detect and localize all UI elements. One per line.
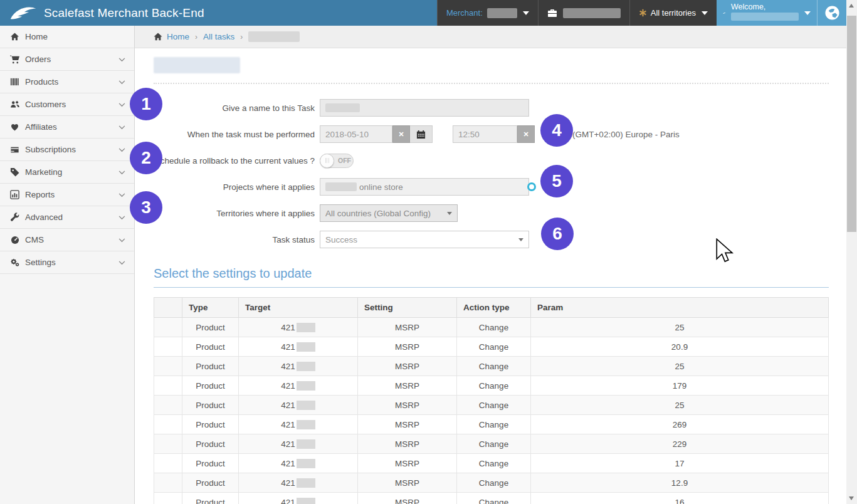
task-name-input[interactable] (320, 99, 529, 117)
cell-type: Product (182, 493, 239, 504)
chevron-down-icon (118, 258, 125, 267)
wrench-icon (10, 213, 25, 222)
breadcrumb-home-link[interactable]: Home (167, 32, 189, 41)
clear-date-button[interactable]: ✕ (392, 125, 410, 143)
toggle-knob (320, 154, 334, 168)
sidebar-item-marketing[interactable]: Marketing (0, 161, 134, 184)
cell-select (154, 318, 182, 337)
col-setting: Setting (358, 298, 457, 318)
store-selector[interactable] (538, 0, 629, 26)
cell-action-type: Change (457, 415, 531, 434)
table-row: Product421MSRPChange12.9 (154, 473, 829, 493)
app-title: Scalefast Merchant Back-End (44, 6, 204, 20)
heart-icon (10, 123, 25, 132)
target-id-redacted (297, 439, 315, 449)
sidebar-item-label: CMS (25, 235, 118, 244)
cell-setting: MSRP (358, 434, 457, 454)
sidebar-item-products[interactable]: Products (0, 71, 134, 93)
clear-time-button[interactable]: ✕ (517, 125, 535, 143)
cell-type: Product (182, 434, 239, 454)
table-row: Product421MSRPChange229 (154, 434, 829, 454)
cell-action-type: Change (457, 493, 531, 504)
breadcrumb-separator: › (195, 33, 197, 41)
calendar-button[interactable] (410, 125, 433, 143)
scalefast-logo-icon (9, 4, 38, 23)
info-icon[interactable] (527, 182, 536, 191)
settings-table: Type Target Setting Action type Param Pr… (154, 297, 829, 504)
table-row: Product421MSRPChange25 (154, 396, 829, 415)
store-name-redacted (563, 8, 621, 18)
cell-target: 421 (239, 396, 358, 415)
cell-target: 421 (239, 493, 358, 504)
tag-icon (10, 167, 25, 177)
sidebar-item-label: Marketing (25, 167, 118, 177)
scalefast-logo-icon (723, 6, 726, 20)
credit-card-icon (10, 145, 25, 154)
page-scrollbar[interactable] (846, 0, 857, 504)
col-target: Target (239, 298, 358, 318)
schedule-row: When the task must be performed 2018-05-… (154, 125, 829, 143)
sidebar-item-cms[interactable]: CMS (0, 229, 134, 251)
sidebar-item-label: Reports (25, 190, 118, 199)
cell-target: 421 (239, 434, 358, 454)
chevron-down-icon (702, 11, 708, 15)
chevron-down-icon (118, 167, 125, 177)
sidebar-item-settings[interactable]: Settings (0, 251, 134, 274)
projects-row: Projects where it applies online store (154, 178, 829, 196)
scrollbar-thumb[interactable] (847, 16, 856, 232)
cell-action-type: Change (457, 357, 531, 376)
territories-selector[interactable]: All territories (629, 0, 717, 26)
chevron-down-icon (118, 77, 125, 87)
cell-select (154, 415, 182, 434)
sidebar-item-reports[interactable]: Reports (0, 184, 134, 206)
sidebar-item-home[interactable]: Home (0, 26, 134, 48)
cell-param: 25 (531, 318, 829, 337)
projects-input[interactable]: online store (320, 178, 529, 196)
scroll-up-arrow-icon[interactable] (849, 4, 854, 8)
cell-action-type: Change (457, 473, 531, 493)
scroll-down-arrow-icon[interactable] (849, 496, 854, 500)
time-input[interactable]: 12:50 (453, 125, 517, 143)
cell-param: 229 (531, 434, 829, 454)
breadcrumb-all-tasks-link[interactable]: All tasks (203, 32, 234, 41)
cell-select (154, 376, 182, 396)
language-globe-button[interactable] (817, 0, 846, 26)
territories-select[interactable]: All countries (Global Config) (320, 204, 458, 222)
status-selected-value: Success (325, 235, 357, 244)
asterisk-icon (639, 9, 647, 17)
territories-where-label: Territories where it applies (154, 209, 320, 218)
cell-type: Product (182, 396, 239, 415)
divider (154, 83, 829, 84)
cell-select (154, 396, 182, 415)
chevron-down-icon (523, 11, 529, 15)
cell-action-type: Change (457, 396, 531, 415)
sidebar-item-customers[interactable]: Customers (0, 93, 134, 116)
sidebar-item-advanced[interactable]: Advanced (0, 206, 134, 229)
table-row: Product421MSRPChange20.9 (154, 337, 829, 357)
date-input[interactable]: 2018-05-10 (320, 125, 392, 143)
col-param: Param (531, 298, 829, 318)
main-area: Home › All tasks › Give a name to this T… (135, 26, 846, 504)
sidebar-item-label: Settings (25, 258, 118, 267)
top-bar: Scalefast Merchant Back-End Merchant: Al… (0, 0, 846, 26)
sidebar-item-label: Subscriptions (25, 145, 118, 154)
user-menu[interactable]: Welcome, (717, 0, 817, 26)
cell-select (154, 434, 182, 454)
merchant-selector[interactable]: Merchant: (437, 0, 538, 26)
task-status-select[interactable]: Success (320, 231, 529, 248)
rollback-toggle[interactable]: OFF (320, 154, 354, 168)
cell-select (154, 473, 182, 493)
table-row: Product421MSRPChange179 (154, 376, 829, 396)
task-name-label: Give a name to this Task (154, 103, 320, 113)
chevron-down-icon (118, 145, 125, 154)
schedule-label: When the task must be performed (154, 130, 320, 139)
sidebar-item-orders[interactable]: Orders (0, 48, 134, 71)
cell-select (154, 493, 182, 504)
sidebar-item-affiliates[interactable]: Affiliates (0, 116, 134, 139)
col-action-type: Action type (457, 298, 531, 318)
cell-target: 421 (239, 473, 358, 493)
target-id-redacted (297, 362, 315, 371)
users-icon (10, 100, 25, 109)
sidebar-item-subscriptions[interactable]: Subscriptions (0, 139, 134, 161)
annotation-badge-5: 5 (540, 165, 573, 197)
